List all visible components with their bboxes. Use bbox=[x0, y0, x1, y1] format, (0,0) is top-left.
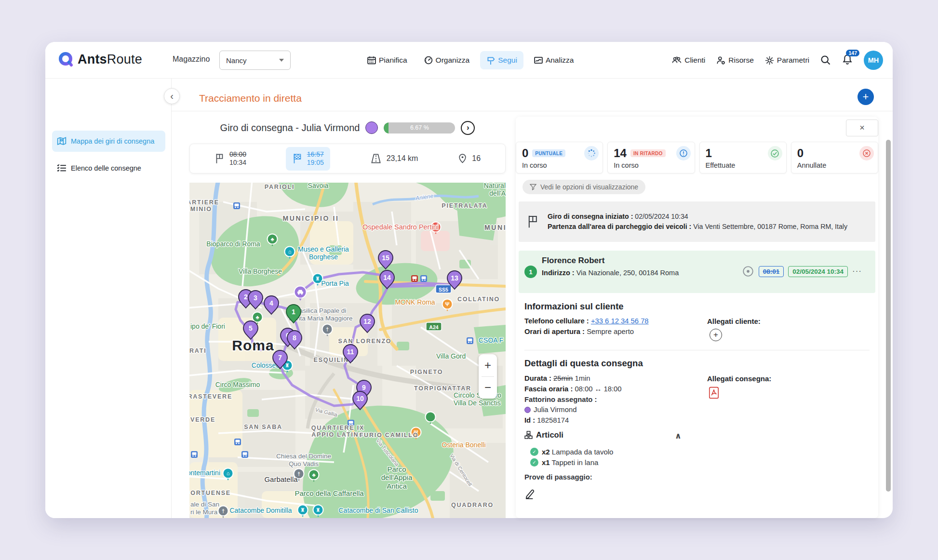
map-label: TORPIGNATTAR bbox=[414, 385, 471, 392]
check-icon: ✓ bbox=[530, 458, 538, 467]
transit-icon bbox=[420, 275, 427, 282]
transit-icon bbox=[233, 202, 240, 209]
map-label: PORTUENSE bbox=[189, 490, 231, 496]
sidebar: Mappa dei giri di consegna Elenco delle … bbox=[45, 79, 172, 518]
route-progress-bar: 6.67 % bbox=[384, 122, 455, 133]
map-label: Villa Borghese bbox=[239, 267, 282, 275]
courier-color-dot bbox=[524, 407, 531, 413]
target-icon[interactable] bbox=[742, 265, 754, 278]
map-label: VERDE bbox=[190, 416, 215, 423]
map-label: Porta Pia bbox=[321, 280, 349, 287]
nav-item-pianifica[interactable]: Pianifica bbox=[361, 51, 414, 69]
panel-scrollbar[interactable] bbox=[886, 140, 891, 492]
search-icon[interactable] bbox=[820, 55, 831, 66]
transit-icon bbox=[234, 439, 241, 445]
notifications-badge: 147 bbox=[846, 50, 859, 56]
map-label: SAN SABA bbox=[244, 424, 282, 430]
next-route-button[interactable]: › bbox=[461, 121, 475, 135]
close-panel-button[interactable]: × bbox=[846, 120, 878, 136]
map-label: PARIOLI bbox=[265, 184, 295, 190]
back-button[interactable]: ‹ bbox=[164, 88, 180, 104]
map-label: Catacombe Domitilla bbox=[229, 507, 292, 514]
map-label: ale di Sanri le Mura bbox=[190, 501, 219, 516]
nav-item-segui[interactable]: Segui bbox=[480, 51, 523, 69]
map-label: Villa Gord bbox=[436, 352, 466, 360]
add-attachment-button[interactable]: + bbox=[710, 329, 722, 341]
status-badge: IN RITARDO bbox=[630, 149, 666, 157]
nav-item-clienti[interactable]: Clienti bbox=[672, 56, 705, 65]
display-options-button[interactable]: Vedi le opzioni di visualizzazione bbox=[523, 180, 645, 194]
notifications-button[interactable]: 147 bbox=[842, 54, 853, 67]
delivery-panel: × 0PUNTUALE In corso 14IN RITARDO In cor… bbox=[516, 117, 878, 518]
road-shield: A24 bbox=[426, 322, 442, 331]
stops-value: 16 bbox=[472, 154, 481, 163]
nav-item-analizza[interactable]: Analizza bbox=[528, 51, 580, 69]
start-actual: 10:34 bbox=[229, 159, 246, 167]
nav-item-organizza[interactable]: Organizza bbox=[418, 51, 476, 69]
start-planned: 08:00 bbox=[229, 150, 246, 159]
proof-label: Prove di passaggio: bbox=[524, 473, 592, 481]
signature-icon[interactable] bbox=[524, 488, 537, 502]
add-button[interactable]: + bbox=[858, 89, 874, 105]
filter-icon bbox=[530, 184, 536, 190]
count-value: 14 bbox=[614, 147, 627, 160]
clients-icon bbox=[672, 56, 682, 65]
pdf-attachment-icon[interactable] bbox=[709, 387, 719, 401]
app-window: AntsRoute Magazzino Nancy Pianifica Orga… bbox=[45, 42, 893, 518]
svg-text:13: 13 bbox=[451, 274, 458, 282]
svg-text:⌂: ⌂ bbox=[227, 470, 230, 476]
collapse-articles-button[interactable]: ∧ bbox=[675, 431, 682, 441]
header-divider bbox=[172, 111, 893, 111]
delivery-attachments-label: Allegati consegna: bbox=[707, 374, 771, 383]
nav-item-risorse[interactable]: Risorse bbox=[716, 56, 754, 65]
map-label: Parco della Caffarella bbox=[295, 489, 364, 497]
status-label: In corso bbox=[614, 161, 688, 169]
map-canvas[interactable]: SS5A24♜⌂♜⌂♜♜♣♣♣ΨΨ†††HQUARTIEREFLAMINIOPA… bbox=[189, 183, 506, 518]
transit-icon bbox=[191, 451, 198, 458]
stat-start-time: 08:0010:34 bbox=[214, 150, 246, 167]
map-label: MUNICIPIO bbox=[484, 224, 506, 231]
map-label: MONK Roma bbox=[395, 298, 435, 306]
sidebar-item-elenco-consegne[interactable]: Elenco delle consegne bbox=[52, 158, 165, 179]
phone-link[interactable]: +33 6 12 34 56 78 bbox=[591, 317, 649, 325]
resources-icon bbox=[716, 56, 725, 65]
map-label: PIGNETO bbox=[410, 369, 443, 375]
cancel-circle-icon bbox=[859, 146, 874, 160]
customer-address: Indirizzo : Via Nazionale, 250, 00184 Ro… bbox=[542, 268, 686, 278]
items-icon bbox=[524, 431, 533, 439]
section-divider bbox=[524, 350, 870, 350]
delivery-card[interactable]: 1 Florence Robert Indirizzo : Via Nazion… bbox=[519, 251, 875, 293]
status-label: Annullate bbox=[797, 161, 872, 169]
map-label: Bioparco di Roma bbox=[206, 240, 260, 248]
sidebar-item-mappa-giri[interactable]: Mappa dei giri di consegna bbox=[52, 131, 165, 152]
plus-icon: + bbox=[713, 330, 718, 340]
nav-item-parametri[interactable]: Parametri bbox=[765, 56, 809, 65]
chevron-right-icon: › bbox=[467, 123, 469, 133]
brand-name: AntsRoute bbox=[78, 52, 142, 67]
nav-item-label: Risorse bbox=[728, 56, 754, 65]
articles-header: Articoli bbox=[524, 430, 563, 440]
count-value: 0 bbox=[522, 147, 528, 160]
navbar-right: Clienti Risorse Parametri 147 MH bbox=[672, 42, 883, 79]
vehicle-select[interactable]: Nancy bbox=[219, 51, 291, 70]
avatar[interactable]: MH bbox=[864, 51, 883, 70]
more-menu-button[interactable]: ··· bbox=[852, 267, 862, 276]
main-nav: Pianifica Organizza Segui Analizza bbox=[361, 42, 580, 79]
time-window-row: Fascia oraria : 08:00 ↔ 18:00 bbox=[524, 385, 622, 393]
context-label: Magazzino bbox=[173, 55, 210, 64]
map-label: TRASTEVERE bbox=[189, 393, 232, 400]
map-label: MUNICIPIO II bbox=[283, 214, 339, 222]
zoom-out-button[interactable]: − bbox=[479, 377, 497, 399]
phone-row: Telefono cellulare : +33 6 12 34 56 78 bbox=[524, 317, 649, 325]
map-label: QUARTIERE IXAPPIO LATINO bbox=[311, 425, 365, 438]
route-progress-label: 6.67 % bbox=[384, 122, 455, 133]
svg-text:5: 5 bbox=[249, 324, 253, 332]
finish-flag-icon bbox=[292, 153, 303, 164]
stop-number-badge: 1 bbox=[524, 266, 537, 278]
gear-icon bbox=[765, 56, 774, 65]
svg-text:9: 9 bbox=[362, 384, 366, 391]
articles-title: Articoli bbox=[536, 430, 563, 440]
flag-icon bbox=[526, 214, 540, 229]
zoom-in-button[interactable]: + bbox=[479, 354, 497, 376]
brand-logo[interactable]: AntsRoute bbox=[58, 51, 142, 67]
